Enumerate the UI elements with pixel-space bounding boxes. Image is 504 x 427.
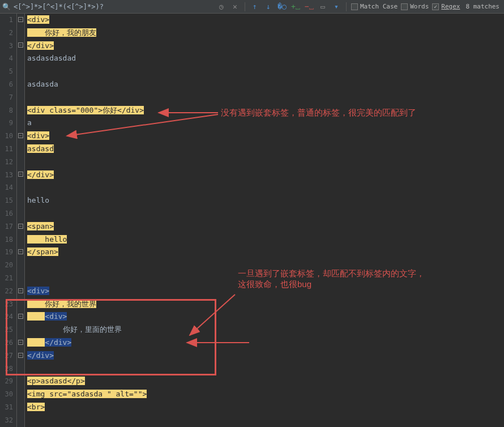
code-text: <div> [45, 312, 67, 321]
find-toolbar: 🔍 ◷ ✕ ↑ ↓ �◯ +⎵ −⎵ ▭ ▾ Match Case Words … [0, 0, 504, 14]
line-number: 17 [0, 220, 13, 233]
fold-icon[interactable]: − [18, 172, 23, 177]
line-number: 21 [0, 272, 13, 285]
prev-match-icon[interactable]: ↑ [250, 2, 260, 12]
code-text: hello [27, 196, 49, 204]
line-number: 22 [0, 285, 13, 298]
add-selection-icon[interactable]: +⎵ [291, 2, 301, 12]
line-number: 9 [0, 117, 13, 130]
line-number: 31 [0, 401, 13, 414]
history-icon[interactable]: ◷ [216, 2, 227, 12]
line-number: 2 [0, 27, 13, 40]
regex-checkbox[interactable]: ✓Regex [432, 3, 460, 10]
in-selection-icon[interactable]: ▭ [318, 2, 328, 12]
line-number: 1 [0, 14, 13, 27]
fold-icon[interactable]: − [18, 133, 23, 138]
code-text: </span> [27, 247, 58, 256]
code-text: <img src="asdasda " alt=""> [27, 390, 147, 398]
line-number: 15 [0, 194, 13, 207]
fold-icon[interactable]: − [18, 340, 23, 345]
code-text: 你好，我的世界 [27, 300, 96, 308]
code-text: <p>asdasd</p> [27, 377, 85, 385]
line-number: 8 [0, 104, 13, 117]
line-number: 25 [0, 323, 13, 336]
code-text: asdasda [27, 80, 58, 88]
select-all-icon[interactable]: �◯ [277, 2, 287, 12]
editor: 1234567891011121314151617181920212223242… [0, 14, 504, 427]
line-number: 6 [0, 78, 13, 91]
remove-selection-icon[interactable]: −⎵ [304, 2, 314, 12]
line-number: 28 [0, 362, 13, 375]
fold-icon[interactable]: − [18, 42, 23, 48]
filter-icon[interactable]: ▾ [331, 2, 341, 12]
line-number: 29 [0, 375, 13, 388]
line-number: 27 [0, 349, 13, 362]
fold-icon[interactable]: − [18, 249, 23, 254]
search-input[interactable] [14, 3, 161, 11]
code-text: 你好，我的朋友 [27, 28, 96, 37]
line-number: 14 [0, 181, 13, 194]
line-number: 24 [0, 310, 13, 323]
line-number: 5 [0, 65, 13, 78]
search-icon: 🔍 [2, 3, 10, 11]
code-text: <div> [27, 131, 49, 140]
code-text: hello [27, 235, 67, 244]
match-case-checkbox[interactable]: Match Case [351, 3, 398, 10]
fold-icon[interactable]: − [18, 17, 23, 22]
line-number: 26 [0, 336, 13, 349]
line-number: 30 [0, 388, 13, 401]
line-number: 13 [0, 169, 13, 182]
code-text: <span> [27, 222, 54, 230]
line-number: 18 [0, 233, 13, 246]
code-text: 你好，里面的世界 [27, 325, 122, 334]
code-text: </div> [27, 41, 54, 50]
line-number: 16 [0, 207, 13, 220]
line-number: 32 [0, 414, 13, 427]
fold-column: − − − − − − − − − − [17, 14, 25, 427]
line-number: 23 [0, 298, 13, 311]
line-number: 12 [0, 156, 13, 169]
code-text: asdasd [27, 144, 54, 153]
code-text: </div> [27, 351, 54, 360]
code-text: </div> [45, 338, 71, 347]
code-text: asdasdasdad [27, 54, 76, 62]
line-number: 4 [0, 52, 13, 65]
next-match-icon[interactable]: ↓ [263, 2, 274, 12]
code-text [27, 312, 45, 321]
fold-icon[interactable]: − [18, 353, 23, 358]
line-number: 11 [0, 143, 13, 156]
fold-icon[interactable]: − [18, 224, 23, 229]
match-count: 8 matches [463, 3, 502, 10]
close-search-icon[interactable]: ✕ [230, 2, 240, 12]
code-text: <div> [27, 287, 49, 295]
line-number: 10 [0, 130, 13, 143]
line-number: 3 [0, 40, 13, 53]
code-text: <br> [27, 403, 45, 411]
line-number: 20 [0, 259, 13, 272]
code-text: <div class="000">你好</div> [27, 106, 144, 114]
fold-icon[interactable]: − [18, 288, 23, 293]
line-gutter: 1234567891011121314151617181920212223242… [0, 14, 17, 427]
line-number: 7 [0, 91, 13, 104]
words-checkbox[interactable]: Words [401, 3, 429, 10]
fold-icon[interactable]: − [18, 314, 23, 319]
code-text: a [27, 118, 32, 127]
code-text [27, 338, 45, 347]
code-area[interactable]: <div> 你好，我的朋友 </div> asdasdasdad asdasda… [25, 14, 504, 427]
line-number: 19 [0, 246, 13, 259]
code-text: </div> [27, 170, 54, 179]
code-text: <div> [27, 15, 49, 24]
